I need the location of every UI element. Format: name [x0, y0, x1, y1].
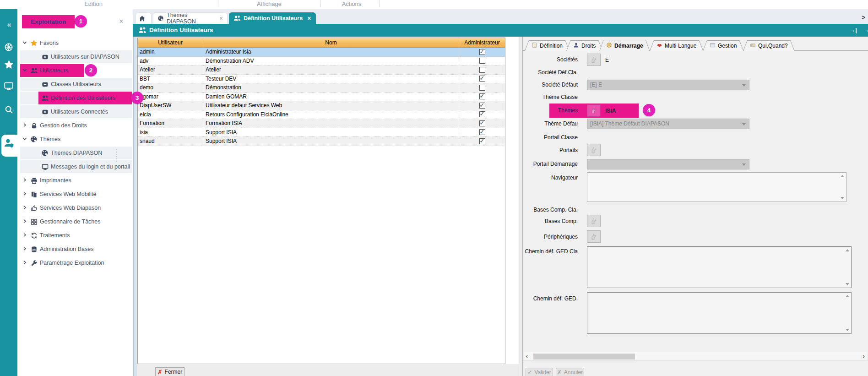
tree-item-themes[interactable]: Thèmes	[17, 132, 133, 146]
chevron-right-icon[interactable]	[21, 232, 28, 239]
chemin-ged-cla-textarea[interactable]	[587, 246, 852, 288]
portails-picker-button[interactable]	[587, 144, 601, 156]
chevron-right-icon[interactable]	[21, 205, 28, 211]
admin-checkbox[interactable]	[479, 67, 485, 73]
tree-item-gestion-des-droits[interactable]: Gestion des Droits	[17, 119, 133, 132]
table-row[interactable]: isia Support ISIA	[138, 128, 505, 137]
tab-droits[interactable]: Droits	[566, 40, 602, 51]
collapse-sidebar-icon[interactable]: «	[0, 20, 17, 29]
tab-demarrage[interactable]: Démarrage	[599, 40, 650, 51]
scroll-left-icon[interactable]: ‹	[524, 352, 530, 361]
chevron-down-icon[interactable]	[21, 136, 28, 142]
societes-picker-button[interactable]	[587, 54, 601, 66]
column-header-administrateur[interactable]: Administrateur	[459, 38, 505, 47]
chevron-right-icon[interactable]	[21, 177, 28, 184]
scroll-down-icon[interactable]	[846, 283, 849, 285]
table-row[interactable]: Formation Formation ISIA	[138, 119, 505, 128]
menu-edition[interactable]: Edition	[84, 0, 103, 8]
user-shield-icon[interactable]	[0, 137, 17, 149]
close-icon[interactable]: ×	[219, 15, 223, 22]
chevron-right-icon[interactable]	[21, 218, 28, 225]
tree-item-utilisateurs[interactable]: Utilisateurs	[17, 64, 133, 77]
themes-picker-button[interactable]	[587, 104, 601, 117]
menu-affichage[interactable]: Affichage	[257, 0, 282, 8]
scroll-up-icon[interactable]	[841, 175, 844, 177]
annuler-button[interactable]: ✗ Annuler	[556, 368, 584, 376]
peripheriques-picker-button[interactable]	[587, 230, 601, 243]
tree-item-definition-des-utilisateurs[interactable]: Définition des Utilisateurs	[17, 91, 133, 105]
table-row[interactable]: demo Démonstration	[138, 83, 505, 93]
tree-item-services-web-mobilite[interactable]: Services Web Mobilité	[17, 187, 133, 201]
tree-item-utilisateurs-connectes[interactable]: Utilisateurs Connectés	[17, 105, 133, 119]
search-icon[interactable]	[0, 105, 17, 114]
pin-panel-icon[interactable]: →|	[863, 27, 868, 33]
valider-button[interactable]: ✓ Valider	[526, 368, 553, 376]
tab-overflow-icon[interactable]: >	[862, 14, 865, 21]
chevron-right-icon[interactable]	[21, 191, 28, 197]
table-row[interactable]: Atelier Atelier	[138, 65, 505, 75]
horizontal-scrollbar[interactable]: ‹ ›	[524, 352, 867, 360]
table-row[interactable]: snaud Support ISIA	[138, 137, 505, 146]
table-row[interactable]: elcia Retours Configuration ElciaOnline	[138, 110, 505, 120]
admin-checkbox[interactable]	[479, 129, 485, 135]
tree-item-imprimantes[interactable]: Imprimantes	[17, 174, 133, 187]
scroll-up-icon[interactable]	[846, 295, 849, 297]
star-icon[interactable]	[0, 60, 17, 69]
close-icon[interactable]: ×	[117, 17, 125, 26]
theme-defaut-select[interactable]: [ISIA] Thème Défaut DIAPASON	[587, 119, 749, 129]
scrollbar-thumb[interactable]	[533, 354, 635, 360]
tab-multi-langue[interactable]: Multi-Langue	[650, 40, 703, 51]
vertical-splitter[interactable]	[519, 37, 523, 376]
admin-checkbox[interactable]	[479, 138, 485, 144]
chevron-down-icon[interactable]	[21, 40, 28, 46]
chevron-right-icon[interactable]	[21, 246, 28, 252]
table-row[interactable]: adv Démonstration ADV	[138, 57, 505, 66]
tree-panel-title[interactable]: Exploitation	[22, 15, 75, 28]
societe-defaut-select[interactable]: [E] E	[587, 80, 749, 90]
admin-checkbox[interactable]	[479, 111, 485, 117]
admin-checkbox[interactable]	[479, 120, 485, 126]
monitor-icon[interactable]	[0, 81, 17, 91]
tree-item-services-web-diapason[interactable]: Services Web Diapason	[17, 201, 133, 215]
tab-themes-diapason[interactable]: Thèmes DIAPASON ×	[153, 12, 228, 24]
fermer-button[interactable]: ✗ Fermer	[155, 367, 184, 376]
admin-checkbox[interactable]	[479, 85, 485, 91]
column-header-nom[interactable]: Nom	[203, 38, 459, 47]
wheel-icon[interactable]	[0, 42, 17, 52]
tab-gestion[interactable]: Gestion	[703, 40, 743, 51]
table-row[interactable]: admin Administrateur Isia	[138, 48, 505, 57]
tab-home[interactable]	[136, 12, 152, 24]
tree-item-classes-utilisateurs[interactable]: Classes Utilisateurs	[17, 77, 133, 91]
tree-item-favoris[interactable]: Favoris	[17, 36, 133, 50]
close-icon[interactable]: ×	[307, 15, 311, 22]
portail-demarrage-select[interactable]	[587, 159, 749, 169]
chemin-ged-textarea[interactable]	[587, 292, 852, 334]
scroll-up-icon[interactable]	[846, 249, 849, 251]
tree-item-administration-bases[interactable]: Administration Bases	[17, 242, 133, 256]
chevron-right-icon[interactable]	[21, 260, 28, 266]
scroll-right-icon[interactable]: ›	[861, 352, 867, 361]
table-row[interactable]: DiapUserSW Utilisateur defaut Services W…	[138, 101, 505, 110]
chevron-down-icon[interactable]	[21, 67, 28, 74]
admin-checkbox[interactable]	[479, 76, 485, 82]
tree-item-parametrage-exploitation[interactable]: Paramétrage Exploitation	[17, 256, 133, 270]
column-header-utilisateur[interactable]: Utilisateur	[138, 38, 203, 47]
pin-panel-icon[interactable]: →|	[849, 27, 857, 33]
bases-comp-picker-button[interactable]	[587, 215, 601, 227]
tab-definition[interactable]: Définition	[525, 40, 570, 51]
tab-qui-quand[interactable]: Qui,Quand?	[743, 40, 795, 51]
admin-checkbox[interactable]	[479, 103, 485, 109]
tree-item-traitements[interactable]: Traitements	[17, 229, 133, 242]
panel-splitter-grip[interactable]	[116, 149, 117, 162]
table-row[interactable]: BBT Testeur DEV	[138, 75, 505, 84]
tab-definition-utilisateurs[interactable]: Définition Utilisateurs ×	[229, 12, 316, 24]
menu-actions[interactable]: Actions	[342, 0, 362, 8]
table-row[interactable]: dgomar Damien GOMAR	[138, 93, 505, 102]
tree-item-messages-login-portail[interactable]: Messages du login et du portail	[17, 160, 133, 174]
scroll-down-icon[interactable]	[846, 329, 849, 331]
scroll-down-icon[interactable]	[841, 197, 844, 199]
admin-checkbox[interactable]	[479, 58, 485, 64]
admin-checkbox[interactable]	[479, 93, 485, 99]
chevron-right-icon[interactable]	[21, 122, 28, 129]
navigateur-textarea[interactable]	[587, 172, 846, 202]
